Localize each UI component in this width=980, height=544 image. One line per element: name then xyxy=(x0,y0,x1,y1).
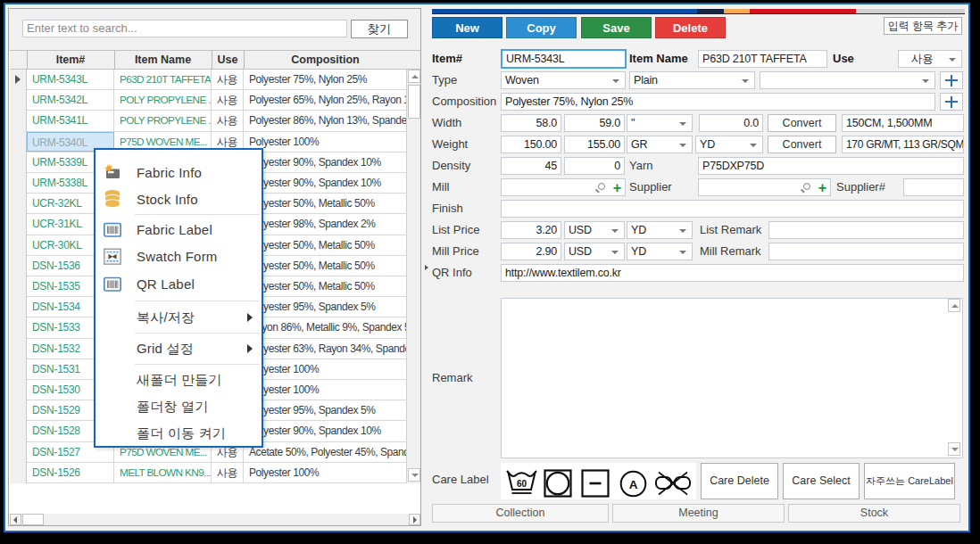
svg-text:60: 60 xyxy=(517,479,527,489)
svg-text:A: A xyxy=(629,478,638,491)
